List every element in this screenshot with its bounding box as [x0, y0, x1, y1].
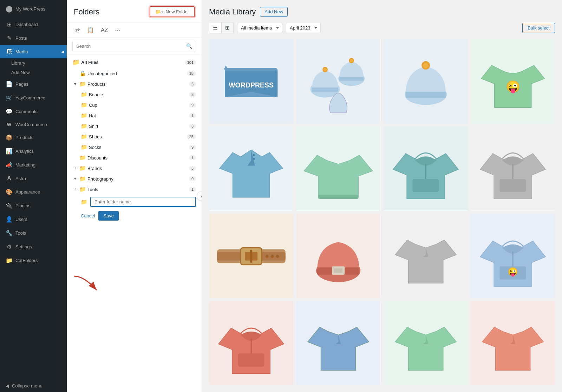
products-label: Products: [87, 81, 188, 87]
media-type-filter[interactable]: All media items: [237, 23, 282, 33]
media-item-hoodie-teal[interactable]: [384, 126, 468, 210]
sidebar-item-posts[interactable]: ✎ Posts: [0, 31, 67, 45]
media-item-hoodie-light-blue[interactable]: 😜: [471, 214, 555, 298]
sidebar-item-comments[interactable]: 💬 Comments: [0, 105, 67, 118]
sort-az-icon[interactable]: AZ: [99, 26, 109, 35]
sidebar-item-yaycommerce[interactable]: 🛒 YayCommerce: [0, 91, 67, 105]
svg-point-40: [276, 255, 279, 258]
sidebar-item-dashboard[interactable]: ⊞ Dashboard: [0, 18, 67, 31]
folder-socks[interactable]: 📁 Socks 9: [67, 142, 202, 152]
svg-text:😜: 😜: [505, 80, 520, 94]
sidebar-item-analytics[interactable]: 📊 Analytics: [0, 144, 67, 158]
folder-brands[interactable]: + 📁 Brands 5: [67, 163, 202, 174]
folder-cup[interactable]: 📁 Cup 9: [67, 100, 202, 110]
sidebar-item-library[interactable]: Library: [11, 58, 67, 68]
svg-point-22: [253, 154, 255, 156]
folder-list: 📁 All Files 101 🔒 Uncategorized 18 ▼ 📁 P…: [67, 54, 202, 392]
folders-header: Folders 📁+ New Folder: [67, 0, 202, 22]
sidebar-item-woocommerce[interactable]: W WooCommerce: [0, 118, 67, 131]
analytics-icon: 📊: [6, 148, 13, 155]
folder-discounts[interactable]: 📁 Discounts 1: [67, 152, 202, 163]
yaycommerce-icon: 🛒: [6, 94, 13, 101]
sidebar-item-users[interactable]: 👤 Users: [0, 213, 67, 226]
new-folder-name-input[interactable]: [90, 197, 196, 207]
shirt-icon: 📁: [81, 123, 87, 129]
media-item-beanie-set[interactable]: [296, 39, 380, 123]
media-grid: WORDPRESS: [209, 39, 555, 385]
uncategorized-label: Uncategorized: [87, 71, 185, 76]
cup-count: 9: [189, 103, 196, 107]
bulk-select-button[interactable]: Bulk select: [522, 23, 555, 33]
sidebar-item-plugins[interactable]: 🔌 Plugins: [0, 199, 67, 213]
folder-all-files[interactable]: 📁 All Files 101: [67, 57, 202, 68]
products-icon: 📦: [6, 134, 13, 141]
media-item-beanie-single[interactable]: [384, 39, 468, 123]
sidebar-item-media[interactable]: 🖼 Media ◀: [0, 45, 67, 58]
sidebar-label-analytics: Analytics: [15, 149, 34, 154]
products-count: 5: [189, 81, 196, 86]
save-button[interactable]: Save: [98, 211, 119, 221]
add-new-button[interactable]: Add New: [260, 7, 288, 17]
appearance-icon: 🎨: [6, 189, 13, 195]
site-name: My WordPress: [15, 6, 45, 12]
grid-view-button[interactable]: ⊞: [221, 22, 234, 33]
collapse-menu-button[interactable]: ◀ Collapse menu: [0, 380, 67, 392]
folder-shirt[interactable]: 📁 Shirt 3: [67, 121, 202, 131]
sidebar-item-catfolders[interactable]: 📁 CatFolders: [0, 254, 67, 267]
media-submenu: Library Add New: [0, 58, 67, 77]
media-item-beanie-red[interactable]: [296, 214, 380, 298]
media-icon: 🖼: [6, 48, 13, 55]
sidebar-item-products[interactable]: 📦 Products: [0, 131, 67, 144]
tools-expand-btn[interactable]: +: [72, 187, 78, 192]
media-item-tshirt-mint[interactable]: [384, 301, 468, 385]
media-item-hoodie-gray[interactable]: [471, 126, 555, 210]
media-item-tshirt-gray[interactable]: [384, 214, 468, 298]
cancel-button[interactable]: Cancel: [81, 213, 95, 218]
brands-label: Brands: [87, 166, 188, 171]
uncategorized-icon: 🔒: [79, 70, 86, 77]
media-item-tshirt-blue[interactable]: [296, 301, 380, 385]
media-header: Media Library Add New: [209, 7, 555, 17]
sidebar-item-marketing[interactable]: 📣 Marketing: [0, 158, 67, 172]
sidebar-label-woocommerce: WooCommerce: [15, 122, 47, 127]
date-filter[interactable]: April 2023: [286, 23, 321, 33]
discounts-label: Discounts: [87, 155, 188, 161]
folder-products[interactable]: ▼ 📁 Products 5: [67, 79, 202, 89]
main-content: Folders 📁+ New Folder ⇄ 📋 AZ ⋯ 🔍 📁 All F…: [67, 0, 562, 392]
media-item-tshirt-green-emoji[interactable]: 😜: [471, 39, 555, 123]
folder-photography[interactable]: + 📁 Photography 0: [67, 174, 202, 184]
media-item-sweatshirt-mint[interactable]: [296, 126, 380, 210]
sidebar-item-tools[interactable]: 🔧 Tools: [0, 226, 67, 240]
list-view-button[interactable]: ☰: [209, 22, 221, 33]
photography-expand-btn[interactable]: +: [72, 176, 78, 181]
sidebar-item-pages[interactable]: 📄 Pages: [0, 77, 67, 91]
sidebar-item-settings[interactable]: ⚙ Settings: [0, 240, 67, 254]
new-folder-button[interactable]: 📁+ New Folder: [150, 6, 195, 17]
more-options-icon[interactable]: ⋯: [113, 25, 122, 35]
copy-icon[interactable]: 📋: [85, 25, 95, 35]
products-collapse-btn[interactable]: ▼: [72, 81, 78, 86]
brands-expand-btn[interactable]: +: [72, 166, 78, 171]
media-title: Media Library: [209, 7, 256, 17]
sidebar-item-add-new[interactable]: Add New: [11, 68, 67, 77]
folder-hat[interactable]: 📁 Hat 1: [67, 110, 202, 121]
folder-tools[interactable]: + 📁 Tools 1: [67, 184, 202, 195]
media-item-polo-blue[interactable]: [209, 126, 293, 210]
shirt-label: Shirt: [89, 124, 188, 129]
media-item-tshirt-coral[interactable]: [471, 301, 555, 385]
sidebar-item-astra[interactable]: A Astra: [0, 172, 67, 185]
folder-beanie[interactable]: 📁 Beanie 3: [67, 89, 202, 100]
search-input[interactable]: [76, 44, 186, 49]
media-item-hoodie-coral[interactable]: [209, 301, 293, 385]
move-icon[interactable]: ⇄: [74, 25, 81, 35]
sidebar-label-settings: Settings: [15, 244, 32, 249]
sidebar-item-appearance[interactable]: 🎨 Appearance: [0, 185, 67, 199]
folder-uncategorized[interactable]: 🔒 Uncategorized 18: [67, 68, 202, 79]
tools-folder-count: 1: [189, 187, 196, 192]
folder-shoes[interactable]: 📁 Shoes 25: [67, 131, 202, 142]
svg-point-18: [423, 63, 428, 68]
sidebar-label-plugins: Plugins: [15, 203, 31, 208]
media-item-belt[interactable]: [209, 214, 293, 298]
media-item-wordpress-flag[interactable]: WORDPRESS: [209, 39, 293, 123]
all-files-icon: 📁: [72, 59, 80, 66]
